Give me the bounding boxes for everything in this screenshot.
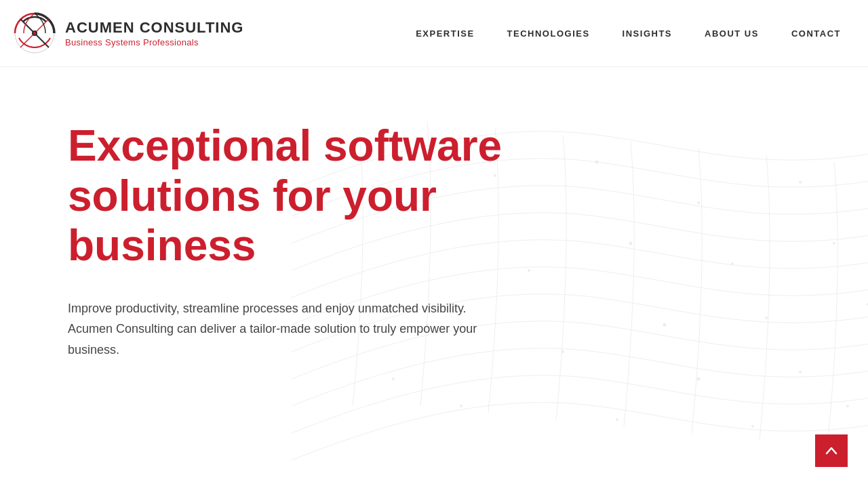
arrow-up-icon [824, 443, 839, 458]
logo-text: ACUMEN CONSULTING Business Systems Profe… [65, 19, 243, 47]
svg-point-11 [833, 242, 835, 245]
svg-point-9 [629, 242, 633, 245]
hero-content: Exceptional software solutions for your … [0, 67, 542, 361]
svg-point-13 [663, 323, 667, 327]
svg-point-10 [731, 262, 734, 265]
svg-point-22 [616, 418, 618, 421]
svg-point-4 [33, 32, 36, 35]
nav-item-about[interactable]: ABOUT US [705, 28, 759, 39]
hero-title: Exceptional software solutions for your … [68, 121, 542, 271]
nav-item-insights[interactable]: INSIGHTS [623, 28, 672, 39]
svg-point-20 [392, 378, 395, 380]
svg-point-17 [697, 378, 701, 381]
logo-title: ACUMEN CONSULTING [65, 19, 243, 37]
svg-point-24 [846, 405, 849, 407]
svg-point-6 [697, 201, 700, 204]
logo-icon [14, 12, 56, 54]
svg-point-23 [751, 425, 754, 428]
nav-item-contact[interactable]: CONTACT [791, 28, 841, 39]
site-header: ACUMEN CONSULTING Business Systems Profe… [0, 0, 868, 67]
nav-item-expertise[interactable]: EXPERTISE [416, 28, 474, 39]
svg-point-5 [595, 161, 599, 164]
logo[interactable]: ACUMEN CONSULTING Business Systems Profe… [14, 12, 243, 54]
svg-point-21 [460, 405, 462, 407]
logo-subtitle: Business Systems Professionals [65, 37, 243, 47]
svg-point-14 [765, 317, 768, 319]
svg-point-16 [561, 350, 564, 353]
svg-point-18 [799, 371, 802, 373]
nav-item-technologies[interactable]: TECHNOLOGIES [507, 28, 590, 39]
hero-description: Improve productivity, streamline process… [68, 298, 502, 361]
main-nav: EXPERTISE TECHNOLOGIES INSIGHTS ABOUT US… [416, 28, 841, 39]
svg-point-7 [799, 181, 802, 184]
hero-section: .wave-line { stroke: #cccccc; stroke-wid… [0, 67, 868, 487]
scroll-to-top-button[interactable] [815, 434, 848, 467]
